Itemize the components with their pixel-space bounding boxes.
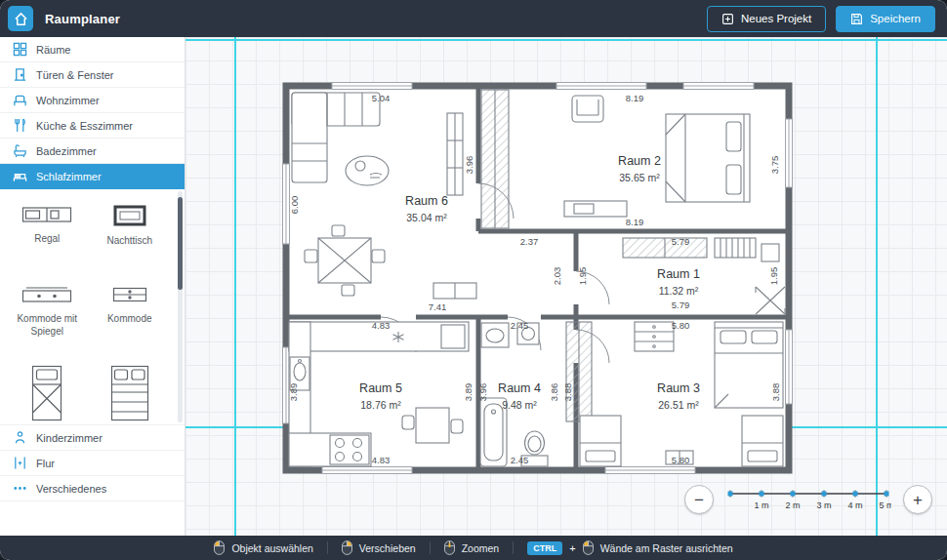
status-hint-snap: CTRL + Wände am Raster ausrichten [514,540,746,555]
sideboard-raum6[interactable] [433,283,476,299]
status-hint-select: Objekt auswählen [200,540,326,555]
single-bed-right-raum3[interactable] [742,416,783,466]
sofa-icon [13,93,27,107]
panel-scrollbar-thumb[interactable] [178,197,183,290]
furniture-item-regal[interactable]: Regal [6,193,89,273]
chest-raum3[interactable] [635,322,674,351]
save-button[interactable]: Speichern [836,6,935,32]
save-label: Speichern [870,13,921,24]
new-project-label: Neues Projekt [741,13,811,24]
svg-text:4.83: 4.83 [372,455,391,465]
dresser-raum1[interactable] [623,238,707,258]
svg-text:5.80: 5.80 [672,320,690,331]
mouse-left-icon [583,540,594,555]
furniture-panel: Regal Nachttisch [0,189,185,425]
furniture-item-einzelbett[interactable]: Einzelbett [6,353,89,425]
status-hint-label: Zoomen [462,542,500,554]
furniture-item-kommode-spiegel[interactable]: Kommode mit Spiegel [6,273,89,353]
svg-text:2.45: 2.45 [511,320,529,331]
sidebar-item-label: Flur [36,458,55,469]
svg-text:4.83: 4.83 [372,320,391,331]
zoom-out-button[interactable]: − [684,485,714,514]
furniture-item-kommode[interactable]: Kommode [89,273,172,353]
stove[interactable] [330,435,369,464]
misc-dots-icon [13,481,27,496]
svg-text:Raum 2: Raum 2 [618,154,661,168]
coffee-table[interactable] [346,156,389,185]
svg-text:8.19: 8.19 [626,93,644,103]
svg-text:3.75: 3.75 [769,156,780,175]
single-bed-thumbnail [31,365,62,421]
svg-text:26.51 m²: 26.51 m² [658,399,699,411]
svg-text:Raum 4: Raum 4 [498,381,541,395]
shelf-raum6[interactable] [447,113,463,195]
radiator-raum1[interactable] [715,238,756,258]
floor-plan[interactable]: 5.04 8.19 6.00 3.96 3.75 8.19 2.37 2.03 … [185,37,947,536]
rooms-icon [13,42,27,57]
sidebar-item-label: Räume [36,44,70,56]
furniture-item-nachttisch[interactable]: Nachttisch [89,193,172,273]
home-button[interactable] [8,6,33,31]
svg-text:Raum 6: Raum 6 [405,194,448,208]
sidebar-item-wohnzimmer[interactable]: Wohnzimmer [0,88,185,113]
sidebar-item-tueren-fenster[interactable]: Türen & Fenster [0,62,185,88]
shelf-thumbnail [21,205,72,224]
bed-icon [13,169,27,183]
svg-text:5 m: 5 m [879,500,891,510]
sidebar-item-label: Wohnzimmer [36,95,100,106]
zoom-in-button[interactable]: + [903,485,932,514]
nightstand-thumbnail [113,205,146,226]
wardrobe-raum2[interactable] [481,90,509,228]
sidebar-item-badezimmer[interactable]: Badezimmer [0,139,185,164]
sidebar-item-label: Schlafzimmer [36,171,102,182]
double-bed-raum2[interactable] [666,114,750,202]
tv-board-raum2[interactable] [564,201,627,217]
svg-text:7.41: 7.41 [429,301,447,312]
app-title: Raumplaner [45,12,120,26]
sidebar-item-schlafzimmer[interactable]: Schlafzimmer [0,164,185,189]
furniture-item-doppelbett[interactable]: Doppelbett [89,353,172,425]
app-window: Raumplaner Neues Projekt Speichern [0,0,947,560]
furniture-item-label: Kommode [107,313,152,326]
svg-text:3.88: 3.88 [562,383,573,402]
svg-text:3.89: 3.89 [463,383,474,402]
sidebar-item-kueche-esszimmer[interactable]: Küche & Esszimmer [0,113,185,139]
svg-text:4 m: 4 m [847,500,862,510]
mouse-wheel-icon [444,540,455,555]
status-hint-label: Wände am Raster ausrichten [600,542,733,554]
sidebar: Räume Türen & Fenster Wohnzimmer [0,37,185,536]
dresser-thumbnail [112,285,147,304]
bathroom-sink[interactable] [481,323,509,347]
svg-text:35.65 m²: 35.65 m² [619,172,660,183]
armchair-raum2[interactable] [572,96,603,122]
floor-plan-canvas[interactable]: 5.04 8.19 6.00 3.96 3.75 8.19 2.37 2.03 … [185,37,947,536]
svg-text:3.88: 3.88 [770,383,781,402]
home-icon [14,12,28,26]
status-bar: Objekt auswählen Verschieben Zoomen CTRL… [0,536,947,560]
svg-text:2.03: 2.03 [552,267,562,286]
sidebar-item-flur[interactable]: Flur [0,451,185,476]
sidebar-item-label: Badezimmer [36,145,97,157]
svg-text:18.76 m²: 18.76 m² [360,399,401,411]
bathtub-icon [13,143,27,158]
ctrl-key-badge: CTRL [527,541,562,555]
box-raum1[interactable] [762,244,779,261]
sidebar-item-kinderzimmer[interactable]: Kinderzimmer [0,425,185,451]
svg-text:3.96: 3.96 [477,383,488,402]
svg-text:3.86: 3.86 [549,383,559,402]
status-hint-move: Verschieben [328,540,430,555]
wardrobe-raum3[interactable] [566,322,592,421]
svg-text:6.00: 6.00 [289,196,300,215]
status-hint-label: Verschieben [359,542,416,554]
sidebar-item-verschiedenes[interactable]: Verschiedenes [0,476,185,501]
child-icon [13,430,27,445]
svg-text:2.45: 2.45 [511,455,529,465]
sidebar-item-label: Küche & Esszimmer [36,120,133,132]
furniture-item-label: Nachttisch [106,235,152,248]
single-bed-left-raum3[interactable] [580,416,621,466]
new-project-button[interactable]: Neues Projekt [707,6,826,32]
svg-text:5.80: 5.80 [672,455,690,465]
top-bar: Raumplaner Neues Projekt Speichern [0,0,947,37]
sidebar-item-raeume[interactable]: Räume [0,37,185,62]
mouse-left-icon [214,540,225,555]
